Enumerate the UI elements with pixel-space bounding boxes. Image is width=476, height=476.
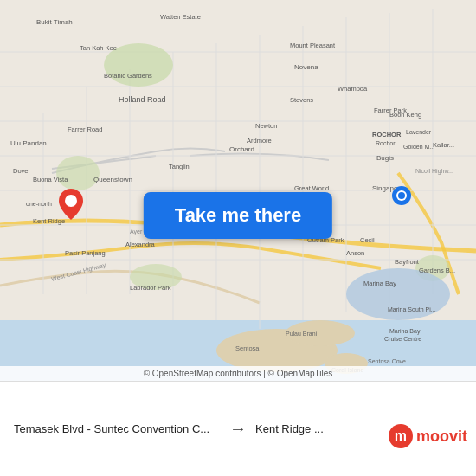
svg-text:Watten Estate: Watten Estate bbox=[160, 13, 201, 21]
svg-text:Alexandra: Alexandra bbox=[125, 241, 156, 248]
svg-text:Newton: Newton bbox=[255, 122, 277, 130]
svg-text:Orchard: Orchard bbox=[229, 145, 254, 153]
moovit-icon: m bbox=[389, 424, 413, 448]
svg-point-82 bbox=[65, 195, 77, 207]
svg-text:Bayfront: Bayfront bbox=[395, 258, 420, 266]
moovit-logo: m moovit bbox=[389, 424, 467, 448]
svg-text:Mount Pleasant: Mount Pleasant bbox=[290, 42, 336, 49]
svg-text:Tanglin: Tanglin bbox=[169, 163, 190, 170]
svg-text:Dover: Dover bbox=[13, 167, 31, 175]
svg-text:Gardens B...: Gardens B... bbox=[419, 267, 455, 274]
svg-text:Nicoll Highw...: Nicoll Highw... bbox=[415, 168, 453, 175]
svg-text:Golden M...: Golden M... bbox=[403, 144, 434, 150]
route-from: Temasek Blvd - Suntec Convention C... bbox=[14, 422, 221, 435]
svg-point-85 bbox=[398, 192, 405, 199]
svg-text:Rochor: Rochor bbox=[376, 140, 396, 146]
svg-text:Marina Bay: Marina Bay bbox=[389, 328, 421, 335]
svg-text:Sentosa Cove: Sentosa Cove bbox=[368, 358, 406, 364]
svg-text:Stevens: Stevens bbox=[290, 96, 313, 104]
map-attribution: © OpenStreetMap contributors | © OpenMap… bbox=[0, 366, 476, 381]
svg-text:ROCHOR: ROCHOR bbox=[372, 131, 402, 138]
svg-text:Whampoa: Whampoa bbox=[338, 85, 368, 93]
svg-text:Lavender: Lavender bbox=[406, 129, 432, 135]
destination-pin bbox=[59, 189, 83, 223]
svg-text:one-north: one-north bbox=[26, 201, 52, 207]
svg-text:Great World: Great World bbox=[294, 184, 329, 192]
map-container: Holland Road Buona Vista Kent Ridge Quee… bbox=[0, 0, 476, 381]
svg-text:Botanic Gardens: Botanic Gardens bbox=[104, 72, 152, 80]
svg-text:Tan Kah Kee: Tan Kah Kee bbox=[80, 44, 117, 52]
svg-text:Queenstown: Queenstown bbox=[93, 176, 132, 183]
svg-text:Sentosa: Sentosa bbox=[235, 344, 260, 352]
svg-text:Ulu Pandan: Ulu Pandan bbox=[10, 139, 47, 147]
svg-point-24 bbox=[56, 156, 100, 190]
svg-text:Holland Road: Holland Road bbox=[119, 95, 166, 104]
svg-text:Kallar...: Kallar... bbox=[433, 141, 454, 149]
svg-text:Marina Bay: Marina Bay bbox=[363, 280, 396, 287]
svg-text:Pasir Panjang: Pasir Panjang bbox=[65, 249, 106, 257]
svg-point-30 bbox=[346, 268, 450, 320]
origin-pin bbox=[392, 186, 411, 209]
moovit-brand-name: moovit bbox=[416, 428, 467, 446]
svg-text:Farrer Park: Farrer Park bbox=[374, 106, 407, 114]
svg-text:Bukit Timah: Bukit Timah bbox=[36, 18, 73, 26]
svg-text:Cecil: Cecil bbox=[360, 236, 375, 244]
svg-text:Ardmore: Ardmore bbox=[247, 137, 272, 145]
svg-text:Labrador Park: Labrador Park bbox=[130, 284, 171, 292]
svg-text:Cruise Centre: Cruise Centre bbox=[384, 336, 421, 342]
take-me-there-button[interactable]: Take me there bbox=[144, 192, 332, 239]
svg-text:Pulau Brani: Pulau Brani bbox=[286, 331, 318, 337]
svg-text:Farrer Road: Farrer Road bbox=[68, 125, 102, 133]
route-arrow-icon: → bbox=[229, 419, 247, 439]
route-bar: Temasek Blvd - Suntec Convention C... → … bbox=[0, 381, 476, 476]
svg-text:Marina South Pi...: Marina South Pi... bbox=[388, 306, 436, 312]
svg-text:Novena: Novena bbox=[294, 63, 318, 71]
svg-text:Buona Vista: Buona Vista bbox=[33, 176, 68, 183]
svg-text:Bugis: Bugis bbox=[376, 154, 394, 162]
svg-text:Anson: Anson bbox=[346, 249, 364, 257]
